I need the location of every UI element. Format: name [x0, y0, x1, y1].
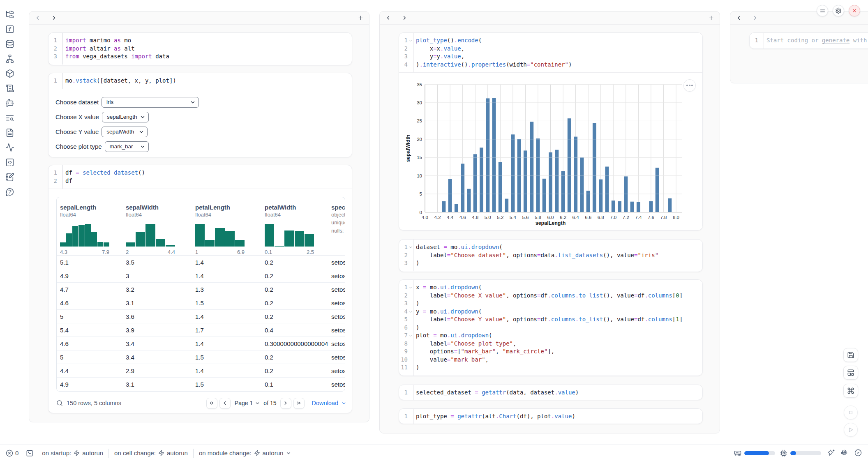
y-value-dropdown[interactable]: sepalWidth	[102, 127, 148, 137]
code-editor[interactable]: 1mo.vstack([dataset, x, y, plot])	[48, 73, 352, 89]
menu-button[interactable]	[817, 5, 828, 16]
mascot-chat-icon[interactable]	[840, 449, 850, 458]
move-column-left-button[interactable]	[736, 15, 742, 21]
memory-icon[interactable]	[734, 449, 741, 457]
line-number: 1	[48, 169, 57, 177]
column-dtype: float64	[195, 212, 211, 218]
download-button[interactable]: Download	[312, 400, 346, 406]
cpu-icon[interactable]	[780, 449, 787, 457]
cell-plot-type[interactable]: 1plot_type = getattr(alt.Chart(df), plot…	[399, 408, 703, 424]
file-tree-icon[interactable]	[5, 10, 14, 19]
search-icon[interactable]	[56, 400, 63, 406]
plot-type-dropdown[interactable]: mark_bar	[105, 141, 149, 152]
table-row[interactable]: 4.73.21.30.2setosa	[57, 283, 345, 296]
code-line: 1df = selected_dataset()	[48, 169, 352, 177]
notebook-pen-icon[interactable]	[5, 173, 14, 182]
activity-icon[interactable]	[5, 143, 14, 152]
line-number: 10	[399, 356, 408, 364]
table-row[interactable]: 4.931.40.2setosa	[57, 269, 345, 283]
circle-check-icon[interactable]	[854, 449, 863, 457]
table-row[interactable]: 5.43.91.70.4setosa	[57, 323, 345, 337]
next-page-button[interactable]	[280, 398, 291, 409]
move-column-right-button[interactable]	[51, 15, 58, 21]
fold-spacer	[408, 53, 413, 61]
cell-new-cell[interactable]: 1Start coding or generate with AI.	[749, 32, 868, 49]
add-column-button[interactable]	[358, 15, 364, 21]
altair-chart[interactable]: 051015202530354.04.24.44.64.85.05.25.45.…	[399, 74, 703, 229]
code-text: from vega_datasets import data	[62, 53, 352, 61]
table-cell: setosa	[331, 283, 345, 296]
code-line: 7plot = mo.ui.dropdown(	[399, 332, 702, 340]
cell-vstack[interactable]: 1mo.vstack([dataset, x, y, plot])Choose …	[48, 73, 352, 157]
table-row[interactable]: 5.13.51.40.2setosa	[57, 256, 345, 269]
cell-output: Choose datasetirisChoose X valuesepalLen…	[48, 89, 352, 158]
code-editor[interactable]: 1df = selected_dataset()2df	[48, 165, 352, 189]
page-label: Page	[235, 400, 248, 406]
code-editor[interactable]: 1x = mo.ui.dropdown(2 label="Choose X va…	[399, 280, 702, 376]
cell-selected-dataset[interactable]: 1selected_dataset = getattr(data, datase…	[399, 385, 703, 400]
table-row[interactable]: 4.93.11.50.1setosa	[57, 378, 345, 391]
move-column-right-button[interactable]	[402, 15, 408, 21]
table-row[interactable]: 53.41.50.2setosa	[57, 350, 345, 364]
code-editor[interactable]: 1dataset = mo.ui.dropdown(2 label="Choos…	[399, 240, 702, 271]
function-square-icon[interactable]	[5, 25, 14, 34]
layout-button[interactable]	[843, 366, 858, 380]
settings-button[interactable]	[833, 5, 844, 16]
file-document-icon[interactable]	[5, 128, 14, 137]
close-button[interactable]	[849, 5, 860, 16]
save-button[interactable]	[843, 348, 858, 362]
code-editor[interactable]: 1plot_type().encode(2 x=x.value,3 y=y.va…	[399, 33, 702, 72]
page-select[interactable]: 1	[250, 400, 260, 406]
cell-dataframe[interactable]: 1df = selected_dataset()2dfsepalLengthfl…	[48, 165, 352, 413]
chart-menu-button[interactable]	[683, 79, 696, 92]
bot-chat-icon[interactable]	[5, 99, 14, 108]
runtime-setting-2[interactable]: on cell change:autorun	[109, 445, 193, 461]
prev-page-button[interactable]	[219, 398, 231, 409]
table-row[interactable]: 4.42.91.40.2setosa	[57, 364, 345, 378]
add-column-button[interactable]	[708, 15, 715, 21]
table-row[interactable]: 4.63.11.50.2setosa	[57, 296, 345, 310]
setting-value: autorun	[263, 449, 284, 456]
code-editor[interactable]: 1plot_type = getattr(alt.Chart(df), plot…	[399, 409, 702, 424]
database-icon[interactable]	[5, 39, 14, 48]
table-cell: setosa	[331, 296, 345, 310]
command-button[interactable]	[843, 384, 858, 398]
code-editor[interactable]: 1import marimo as mo2import altair as al…	[48, 33, 352, 65]
stop-button[interactable]	[844, 406, 858, 420]
last-page-button[interactable]	[293, 398, 305, 409]
runtime-setting-1[interactable]: on startup:autorun	[37, 445, 108, 461]
x-value-dropdown[interactable]: sepalLength	[102, 112, 149, 122]
fold-chevron-icon	[408, 284, 413, 292]
network-icon[interactable]	[5, 54, 14, 63]
text-search-icon[interactable]	[5, 113, 14, 122]
runtime-setting-3[interactable]: on module change:autorun	[194, 445, 297, 461]
table-row[interactable]: 4.63.41.40.30000000000000004setosa	[57, 337, 345, 350]
histogram-bar	[126, 242, 135, 247]
move-column-left-button[interactable]	[35, 15, 41, 21]
cell-imports[interactable]: 1import marimo as mo2import altair as al…	[48, 32, 352, 65]
table-column-header[interactable]: speciesobjectunique: 3nulls: 0	[331, 197, 345, 255]
table-row[interactable]: 53.61.40.2setosa	[57, 310, 345, 323]
code-line: 1plot_type = getattr(alt.Chart(df), plot…	[399, 413, 702, 421]
first-page-button[interactable]	[206, 398, 217, 409]
scroll-text-icon[interactable]	[5, 84, 14, 93]
package-box-icon[interactable]	[5, 69, 14, 78]
generate-with-ai-link[interactable]: generate	[822, 37, 850, 44]
error-indicator[interactable]: 0	[6, 449, 18, 457]
move-column-right-button[interactable]	[752, 15, 759, 21]
help-circle-icon[interactable]	[5, 187, 14, 196]
sparkles-icon[interactable]	[828, 449, 836, 457]
y-axis-title: sepalWidth	[405, 135, 411, 162]
terminal-icon[interactable]	[26, 449, 33, 457]
cell-plot[interactable]: 1plot_type().encode(2 x=x.value,3 y=y.va…	[399, 32, 703, 230]
dataset-dropdown[interactable]: iris	[102, 97, 199, 108]
code-editor[interactable]: 1selected_dataset = getattr(data, datase…	[399, 385, 702, 400]
run-button[interactable]	[844, 423, 858, 437]
cell-xy-plot-dd[interactable]: 1x = mo.ui.dropdown(2 label="Choose X va…	[399, 279, 703, 376]
code-editor[interactable]: 1Start coding or generate with AI.	[750, 33, 868, 48]
line-number: 2	[399, 251, 408, 260]
code-snippet-icon[interactable]	[5, 158, 14, 167]
move-column-left-button[interactable]	[385, 15, 392, 21]
svg-text:6.2: 6.2	[560, 215, 566, 220]
cell-dataset-dd[interactable]: 1dataset = mo.ui.dropdown(2 label="Choos…	[399, 239, 703, 272]
